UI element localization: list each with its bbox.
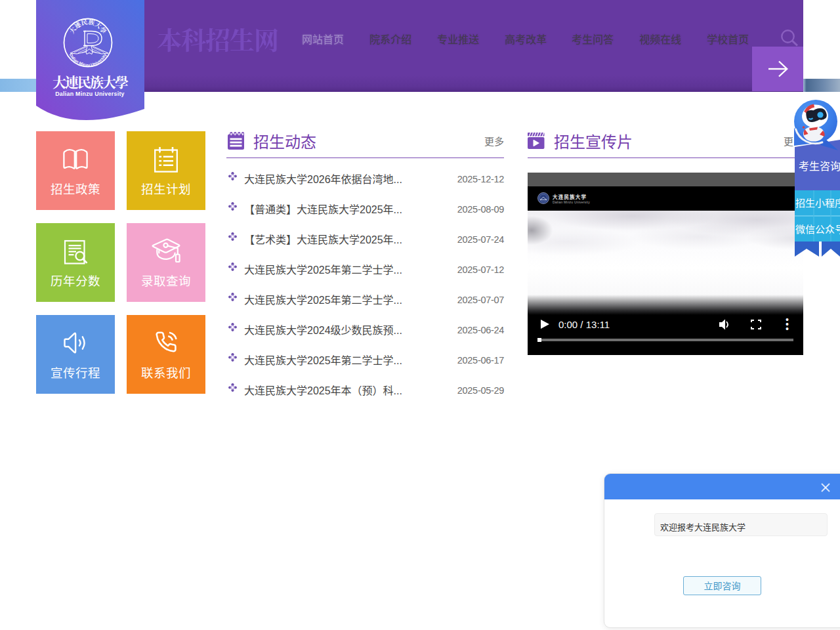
svg-text:Dalian Minzu University: Dalian Minzu University xyxy=(55,91,125,97)
svg-text:大連民族大學: 大連民族大學 xyxy=(52,72,129,91)
svg-text:招生小程序: 招生小程序 xyxy=(795,196,840,209)
svg-text:考生咨询: 考生咨询 xyxy=(799,158,840,173)
svg-text:微信公众号: 微信公众号 xyxy=(795,222,840,236)
